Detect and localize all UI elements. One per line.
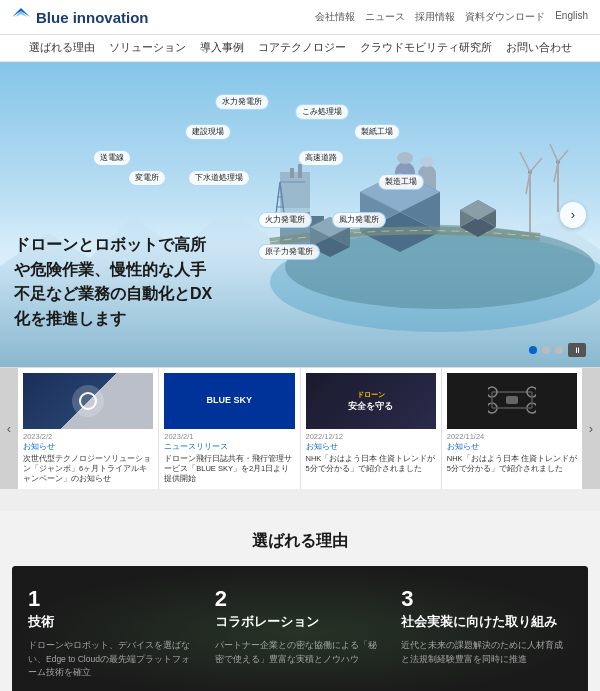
top-nav-item-news[interactable]: ニュース — [365, 10, 405, 24]
label-hydro: 水力発電所 — [215, 94, 269, 110]
logo-text: Blue innovation — [36, 9, 149, 26]
pause-icon: ⏸ — [573, 346, 581, 355]
nav-item-why[interactable]: 選ばれる理由 — [29, 41, 95, 55]
hero-controls: ⏸ — [529, 343, 586, 357]
dot-1[interactable] — [529, 346, 537, 354]
top-nav: 会社情報 ニュース 採用情報 資料ダウンロード English — [315, 10, 588, 24]
news-title-3[interactable]: NHK「おはよう日本 住資トレンドが5分で分かる」で紹介されました — [306, 454, 436, 474]
nav-item-contact[interactable]: お問い合わせ — [506, 41, 572, 55]
why-desc-2: パートナー企業との密な協働による「秘密で使える」豊富な実積とノウハウ — [215, 639, 386, 666]
svg-rect-5 — [280, 172, 310, 212]
pause-button[interactable]: ⏸ — [568, 343, 586, 357]
why-item-1: 1 技術 ドローンやロボット、デバイスを選ばない、Edge to Cloudの最… — [28, 586, 199, 680]
hero-next-arrow[interactable]: › — [560, 202, 586, 228]
news-prev-button[interactable]: ‹ — [0, 368, 18, 489]
why-dark-block: 1 技術 ドローンやロボット、デバイスを選ばない、Edge to Cloudの最… — [12, 566, 588, 691]
why-num-1: 1 — [28, 586, 199, 612]
svg-line-23 — [530, 158, 542, 172]
news-card-4: 2022/11/24 お知らせ NHK「おはよう日本 住資トレンドが5分で分かる… — [442, 368, 582, 489]
news-next-button[interactable]: › — [582, 368, 600, 489]
nav-item-solution[interactable]: ソリューション — [109, 41, 186, 55]
why-num-2: 2 — [215, 586, 386, 612]
news-tag-4: お知らせ — [447, 442, 577, 452]
news-thumb-2: BLUE SKY — [164, 373, 294, 429]
label-waste: こみ処理場 — [295, 104, 349, 120]
label-power-line: 送電線 — [93, 150, 131, 166]
news-date-1: 2023/2/2 — [23, 432, 153, 441]
svg-rect-8 — [290, 168, 294, 178]
label-wind: 風力発電所 — [332, 212, 386, 228]
news-section: ‹ 2023/2/2 お知らせ 次世代型テクノロジーソリューション「ジャンボ」6… — [0, 367, 600, 489]
why-title-2: コラボレーション — [215, 614, 386, 631]
chevron-left-icon: ‹ — [7, 421, 11, 436]
news-tag-2: ニュースリリース — [164, 442, 294, 452]
svg-rect-12 — [397, 152, 413, 164]
spacer — [0, 489, 600, 511]
news-card-2: BLUE SKY 2023/2/1 ニュースリリース ドローン飛行日誌共有・飛行… — [159, 368, 300, 489]
news-title-2[interactable]: ドローン飛行日誌共有・飛行管理サービス「BLUE SKY」を2月1日より提供開始 — [164, 454, 294, 484]
news-tag-3: お知らせ — [306, 442, 436, 452]
label-factory: 製造工場 — [378, 174, 424, 190]
top-nav-item-recruit[interactable]: 採用情報 — [415, 10, 455, 24]
why-item-2: 2 コラボレーション パートナー企業との密な協働による「秘密で使える」豊富な実積… — [215, 586, 386, 680]
nav-item-cases[interactable]: 導入事例 — [200, 41, 244, 55]
top-nav-item-english[interactable]: English — [555, 10, 588, 24]
news-title-1[interactable]: 次世代型テクノロジーソリューション「ジャンボ」6ヶ月トライアルキャンペーン」のお… — [23, 454, 153, 484]
svg-rect-15 — [420, 157, 434, 167]
svg-rect-9 — [298, 164, 302, 178]
news-card-3: ドローン 安全を守る 2022/12/12 お知らせ NHK「おはよう日本 住資… — [301, 368, 442, 489]
label-nuclear: 原子力発電所 — [258, 244, 320, 260]
label-thermal: 火力発電所 — [258, 212, 312, 228]
why-title-3: 社会実装に向けた取り組み — [401, 614, 572, 631]
blue-sky-logo-text: BLUE SKY — [207, 395, 253, 407]
why-section: 選ばれる理由 1 技術 ドローンやロボット、デバイスを選ばない、Edge to … — [0, 511, 600, 691]
hero-heading: ドローンとロボットで高所や危険作業、慢性的な人手不足など業務の自動化とDX化を推… — [14, 233, 214, 332]
nav-item-core[interactable]: コアテクノロジー — [258, 41, 346, 55]
dot-2[interactable] — [542, 346, 550, 354]
label-substation: 変電所 — [128, 170, 166, 186]
top-nav-item-company[interactable]: 会社情報 — [315, 10, 355, 24]
second-nav: 選ばれる理由 ソリューション 導入事例 コアテクノロジー クラウドモビリティ研究… — [0, 35, 600, 62]
why-title-1: 技術 — [28, 614, 199, 631]
drone-icon — [488, 386, 536, 414]
why-num-3: 3 — [401, 586, 572, 612]
label-paper: 製紙工場 — [354, 124, 400, 140]
top-nav-item-download[interactable]: 資料ダウンロード — [465, 10, 545, 24]
news-title-4[interactable]: NHK「おはよう日本 住資トレンドが5分で分かる」で紹介されました — [447, 454, 577, 474]
news-date-3: 2022/12/12 — [306, 432, 436, 441]
hero-section: 水力発電所 こみ処理場 建設現場 送電線 変電所 下水道処理場 高速道路 製紙工… — [0, 62, 600, 367]
chevron-right-icon: › — [571, 207, 575, 222]
news-thumb-3: ドローン 安全を守る — [306, 373, 436, 429]
label-construction: 建設現場 — [185, 124, 231, 140]
label-sewage: 下水道処理場 — [188, 170, 250, 186]
why-item-3: 3 社会実装に向けた取り組み 近代と未来の課題解決のために人材育成と法規制経験豊… — [401, 586, 572, 680]
nav-item-cloud[interactable]: クラウドモビリティ研究所 — [360, 41, 492, 55]
hero-heading-wrap: ドローンとロボットで高所や危険作業、慢性的な人手不足など業務の自動化とDX化を推… — [14, 233, 214, 332]
chevron-right-icon-2: › — [589, 421, 593, 436]
svg-rect-42 — [506, 396, 518, 404]
news-card-1: 2023/2/2 お知らせ 次世代型テクノロジーソリューション「ジャンボ」6ヶ月… — [18, 368, 159, 489]
news-tag-1: お知らせ — [23, 442, 153, 452]
news-inner: ‹ 2023/2/2 お知らせ 次世代型テクノロジーソリューション「ジャンボ」6… — [0, 368, 600, 489]
news-thumb-4 — [447, 373, 577, 429]
news-date-2: 2023/2/1 — [164, 432, 294, 441]
header: Blue innovation 会社情報 ニュース 採用情報 資料ダウンロード … — [0, 0, 600, 35]
logo-icon — [12, 8, 30, 26]
logo[interactable]: Blue innovation — [12, 8, 149, 26]
svg-line-27 — [550, 144, 558, 162]
label-highway: 高速道路 — [298, 150, 344, 166]
news-thumb-1 — [23, 373, 153, 429]
why-grid: 1 技術 ドローンやロボット、デバイスを選ばない、Edge to Cloudの最… — [28, 586, 572, 680]
why-desc-1: ドローンやロボット、デバイスを選ばない、Edge to Cloudの最先端プラッ… — [28, 639, 199, 680]
svg-line-28 — [558, 150, 568, 162]
why-title: 選ばれる理由 — [0, 531, 600, 552]
news-date-4: 2022/11/24 — [447, 432, 577, 441]
svg-line-22 — [520, 152, 530, 172]
dot-3[interactable] — [555, 346, 563, 354]
svg-marker-1 — [15, 11, 27, 17]
hero-city-svg — [220, 72, 600, 332]
why-desc-3: 近代と未来の課題解決のために人材育成と法規制経験豊富を同時に推進 — [401, 639, 572, 666]
